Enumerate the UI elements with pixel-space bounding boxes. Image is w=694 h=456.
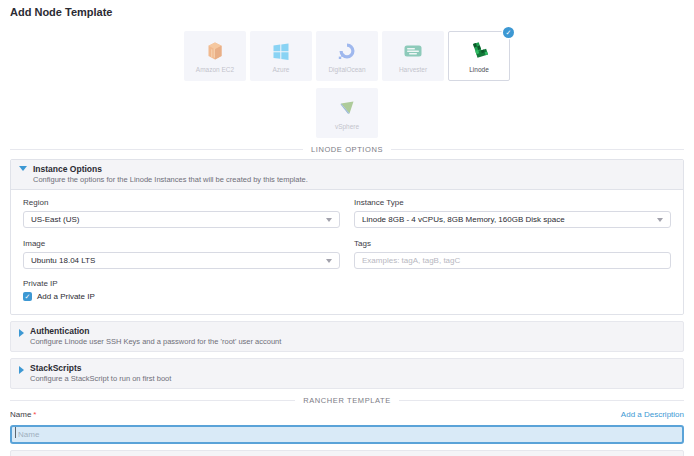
linode-icon [469,39,489,63]
provider-card-label: Amazon EC2 [196,66,234,73]
section-title: StackScripts [30,363,171,373]
collapse-caret-icon [19,166,27,171]
chevron-down-icon [326,218,332,222]
instance-options-section: Instance Options Configure the options f… [10,159,684,315]
provider-card-vsphere[interactable]: vSphere [316,88,378,138]
page-title: Add Node Template [10,6,684,18]
image-value: Ubuntu 18.04 LTS [31,256,95,265]
provider-card-harvester[interactable]: Harvester [382,31,444,81]
name-input-wrap [10,423,684,444]
harvester-icon [403,39,423,63]
private-ip-checkbox-label: Add a Private IP [37,292,95,301]
section-title: Authentication [30,326,281,336]
labels-section-header[interactable]: Labels Labels are key/value pairs that c… [10,450,684,456]
provider-card-label: Linode [469,66,489,73]
section-title: Instance Options [33,164,308,174]
provider-card-label: DigitalOcean [328,66,365,73]
expand-caret-icon [19,366,24,374]
provider-card-amazon-ec2[interactable]: Amazon EC2 [184,31,246,81]
stackscripts-section-header[interactable]: StackScripts Configure a StackScript to … [10,358,684,389]
add-node-template-page: Add Node Template Amazon EC2 [0,0,694,456]
section-description: Configure the options for the Linode Ins… [33,175,308,184]
rancher-template-heading: RANCHER TEMPLATE [10,396,684,405]
instance-options-body: Region US-East (US) Instance Type Linode… [11,190,683,314]
digitalocean-icon [337,39,357,63]
image-label: Image [23,239,340,248]
provider-card-label: Harvester [399,66,427,73]
name-label-text: Name [10,410,31,419]
provider-card-linode[interactable]: ✓ Linode [448,31,510,81]
text-cursor [15,427,16,438]
provider-card-label: Azure [273,66,290,73]
region-value: US-East (US) [31,215,79,224]
chevron-down-icon [657,218,663,222]
chevron-down-icon [326,259,332,263]
provider-cards-row-1: Amazon EC2 Azure DigitalO [10,31,684,81]
provider-cards-row-2: vSphere [10,88,684,138]
instance-type-value: Linode 8GB - 4 vCPUs, 8GB Memory, 160GB … [362,215,565,224]
required-asterisk: * [33,410,36,419]
instance-options-header[interactable]: Instance Options Configure the options f… [11,160,683,190]
region-label: Region [23,198,340,207]
amazon-ec2-icon [205,39,225,63]
expand-caret-icon [19,329,24,337]
name-label: Name* [10,410,36,419]
private-ip-label: Private IP [23,279,671,288]
authentication-section-header[interactable]: Authentication Configure Linode user SSH… [10,321,684,352]
name-input[interactable] [10,425,684,444]
provider-card-azure[interactable]: Azure [250,31,312,81]
section-description: Configure a StackScript to run on first … [30,374,171,383]
azure-icon [271,39,291,63]
add-description-link[interactable]: Add a Description [621,410,684,419]
instance-type-select[interactable]: Linode 8GB - 4 vCPUs, 8GB Memory, 160GB … [354,211,671,228]
provider-card-label: vSphere [335,123,359,130]
tags-label: Tags [354,239,671,248]
provider-card-digitalocean[interactable]: DigitalOcean [316,31,378,81]
linode-options-heading: LINODE OPTIONS [10,145,684,154]
region-select[interactable]: US-East (US) [23,211,340,228]
section-description: Configure Linode user SSH Keys and a pas… [30,337,281,346]
tags-input[interactable] [354,252,671,269]
selected-check-icon: ✓ [503,27,514,38]
image-select[interactable]: Ubuntu 18.04 LTS [23,252,340,269]
private-ip-checkbox[interactable]: ✓ [23,292,32,301]
vsphere-icon [337,96,357,120]
instance-type-label: Instance Type [354,198,671,207]
